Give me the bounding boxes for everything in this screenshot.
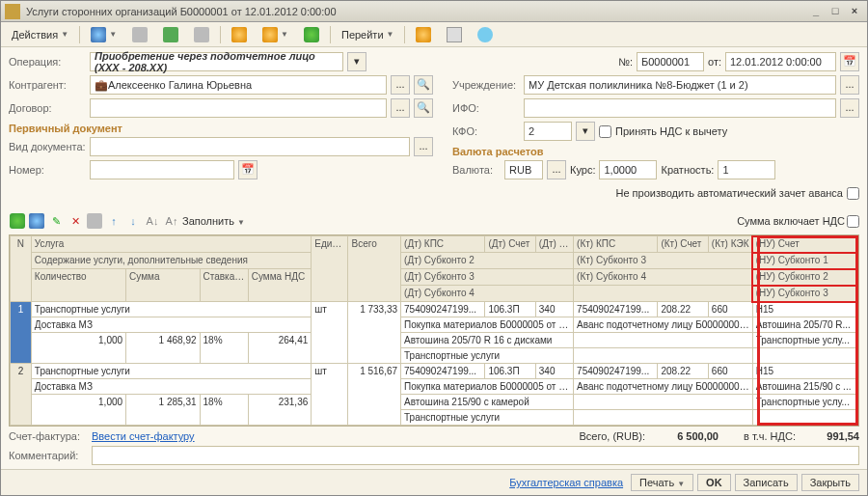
col-qty[interactable]: Количество bbox=[31, 269, 125, 302]
toolbar-btn-1[interactable]: ▼ bbox=[84, 24, 123, 45]
col-kt-kek[interactable]: (Кт) КЭК bbox=[708, 236, 752, 253]
save-button[interactable]: Записать bbox=[735, 474, 798, 491]
kfo-field[interactable]: 2 bbox=[524, 122, 572, 141]
grid-sort-desc[interactable]: A↑ bbox=[163, 212, 180, 230]
table-row[interactable]: 2 Транспортные услуги шт 1 516,67 754090… bbox=[11, 364, 858, 379]
operation-dropdown[interactable]: ▾ bbox=[347, 52, 366, 71]
ifo-select[interactable]: ... bbox=[840, 98, 859, 118]
doc-type-select[interactable]: ... bbox=[414, 137, 433, 156]
col-sum[interactable]: Сумма bbox=[126, 269, 200, 302]
total-label: Всего, (RUB): bbox=[579, 430, 645, 442]
col-nu-s2[interactable]: (НУ) Субконто 2 bbox=[752, 269, 857, 286]
table-row[interactable]: Доставка МЗ Покупка материалов Б0000005 … bbox=[11, 379, 858, 395]
vat-checkbox[interactable] bbox=[599, 125, 611, 138]
close-button-bottom[interactable]: Закрыть bbox=[801, 474, 859, 491]
goto-menu[interactable]: Перейти▼ bbox=[335, 26, 401, 43]
invoice-link[interactable]: Ввести счет-фактуру bbox=[92, 430, 195, 442]
col-kt-kps[interactable]: (Кт) КПС bbox=[574, 236, 658, 253]
counterparty-open[interactable]: 🔍 bbox=[414, 75, 433, 95]
number-field[interactable] bbox=[90, 160, 234, 179]
toolbar-btn-4[interactable] bbox=[187, 24, 216, 45]
grid-up-button[interactable]: ↑ bbox=[105, 212, 122, 230]
no-auto-checkbox[interactable] bbox=[847, 187, 859, 200]
ok-button[interactable]: OK bbox=[697, 474, 731, 491]
minimize-button[interactable]: _ bbox=[807, 4, 825, 19]
table-row[interactable]: 1,000 1 468,92 18% 264,41 Автошина 205/7… bbox=[11, 333, 858, 348]
col-dt-s4[interactable]: (Дт) Субконто 4 bbox=[401, 286, 574, 302]
institution-label: Учреждение: bbox=[452, 79, 520, 91]
col-nu-s1[interactable]: (НУ) Субконто 1 bbox=[752, 253, 857, 269]
currency-field[interactable]: RUB bbox=[504, 160, 543, 179]
add-icon bbox=[10, 213, 25, 229]
contract-field[interactable] bbox=[90, 98, 387, 118]
col-kt-s3[interactable]: (Кт) Субконто 3 bbox=[574, 253, 753, 269]
col-dt-acct[interactable]: (Дт) Счет bbox=[485, 236, 535, 253]
date-field[interactable]: 12.01.2012 0:00:00 bbox=[725, 52, 836, 71]
contract-select[interactable]: ... bbox=[391, 98, 410, 118]
grid-add-button[interactable] bbox=[9, 212, 26, 230]
grid-edit-button[interactable]: ✎ bbox=[47, 212, 65, 230]
col-kt-acct[interactable]: (Кт) Счет bbox=[658, 236, 708, 253]
toolbar-btn-6[interactable]: ▼ bbox=[256, 24, 295, 45]
col-dt-k[interactable]: (Дт) К... bbox=[535, 236, 573, 253]
toolbar-btn-5[interactable] bbox=[225, 24, 254, 45]
grid-sort-asc[interactable]: A↓ bbox=[144, 212, 161, 230]
num-field[interactable]: Б0000001 bbox=[637, 52, 704, 71]
number-date-button[interactable]: 📅 bbox=[238, 160, 258, 179]
toolbar-btn-3[interactable] bbox=[156, 24, 185, 45]
table-row[interactable]: 1,000 1 285,31 18% 231,36 Автошина 215/9… bbox=[11, 395, 858, 410]
operation-field[interactable]: Приобретение через подотчетное лицо (XXX… bbox=[90, 52, 343, 71]
col-total[interactable]: Всего bbox=[348, 236, 401, 302]
close-button[interactable]: × bbox=[846, 4, 863, 19]
print-button[interactable]: Печать ▼ bbox=[631, 474, 693, 491]
toolbar-btn-2[interactable] bbox=[125, 24, 154, 45]
toolbar-btn-10[interactable] bbox=[471, 24, 500, 45]
date-picker-button[interactable]: 📅 bbox=[840, 52, 859, 71]
mult-field[interactable]: 1 bbox=[718, 160, 775, 179]
grid-copy-button[interactable] bbox=[28, 212, 45, 230]
toolbar-btn-9[interactable] bbox=[440, 24, 469, 45]
col-nu-s3[interactable]: (НУ) Субконто 3 bbox=[752, 286, 857, 302]
maximize-button[interactable]: □ bbox=[827, 4, 844, 19]
fill-menu[interactable]: Заполнить ▼ bbox=[182, 215, 245, 227]
actions-menu[interactable]: Действия▼ bbox=[5, 26, 75, 43]
sum-incl-vat-checkbox[interactable] bbox=[847, 215, 859, 228]
rate-field[interactable]: 1,0000 bbox=[599, 160, 657, 179]
doc-type-field[interactable] bbox=[90, 137, 410, 156]
vat-label: в т.ч. НДС: bbox=[744, 430, 796, 442]
grid-down-button[interactable]: ↓ bbox=[124, 212, 142, 230]
counterparty-select[interactable]: ... bbox=[391, 75, 410, 95]
titlebar: Услуги сторонних организаций Б0000001 от… bbox=[1, 1, 867, 22]
contract-open[interactable]: 🔍 bbox=[414, 98, 433, 118]
counterparty-field[interactable]: 💼 Алексеенко Галина Юрьевна bbox=[90, 75, 387, 95]
col-vat-sum[interactable]: Сумма НДС bbox=[248, 269, 312, 302]
contract-label: Договор: bbox=[9, 102, 86, 114]
col-dt-s3[interactable]: (Дт) Субконто 3 bbox=[401, 269, 574, 286]
col-nu-acct[interactable]: (НУ) Счет bbox=[752, 236, 857, 253]
col-unit[interactable]: Един... bbox=[312, 236, 348, 302]
data-grid[interactable]: N Услуга Един... Всего (Дт) КПС (Дт) Сче… bbox=[9, 234, 859, 427]
col-vat-rate[interactable]: Ставка НДС bbox=[200, 269, 248, 302]
toolbar-btn-8[interactable] bbox=[409, 24, 438, 45]
institution-field[interactable]: МУ Детская поликлиника №8-Бюджет (1 и 2) bbox=[524, 75, 836, 95]
col-dt-kps[interactable]: (Дт) КПС bbox=[401, 236, 485, 253]
accounting-ref-link[interactable]: Бухгалтерская справка bbox=[509, 477, 623, 488]
col-kt-s4[interactable]: (Кт) Субконто 4 bbox=[574, 269, 753, 286]
kfo-dropdown[interactable]: ▾ bbox=[576, 122, 595, 141]
operation-label: Операция: bbox=[9, 56, 86, 68]
grid-btn-5[interactable] bbox=[86, 212, 103, 230]
hammer-icon bbox=[416, 27, 431, 42]
grid-delete-button[interactable]: ✕ bbox=[67, 212, 84, 230]
currency-select[interactable]: ... bbox=[547, 160, 566, 179]
comment-field[interactable] bbox=[92, 446, 859, 465]
col-n[interactable]: N bbox=[11, 236, 32, 302]
table-row[interactable]: Доставка МЗ Покупка материалов Б0000005 … bbox=[11, 317, 858, 333]
table-row[interactable]: 1 Транспортные услуги шт 1 733,33 754090… bbox=[11, 302, 858, 317]
currency-label: Валюта: bbox=[452, 164, 501, 176]
toolbar-btn-7[interactable] bbox=[297, 24, 326, 45]
col-dt-s2[interactable]: (Дт) Субконто 2 bbox=[401, 253, 574, 269]
ifo-field[interactable] bbox=[524, 98, 836, 118]
col-service[interactable]: Услуга bbox=[31, 236, 311, 253]
col-content[interactable]: Содержание услуги, дополнительные сведен… bbox=[31, 253, 311, 269]
institution-select[interactable]: ... bbox=[840, 75, 859, 95]
